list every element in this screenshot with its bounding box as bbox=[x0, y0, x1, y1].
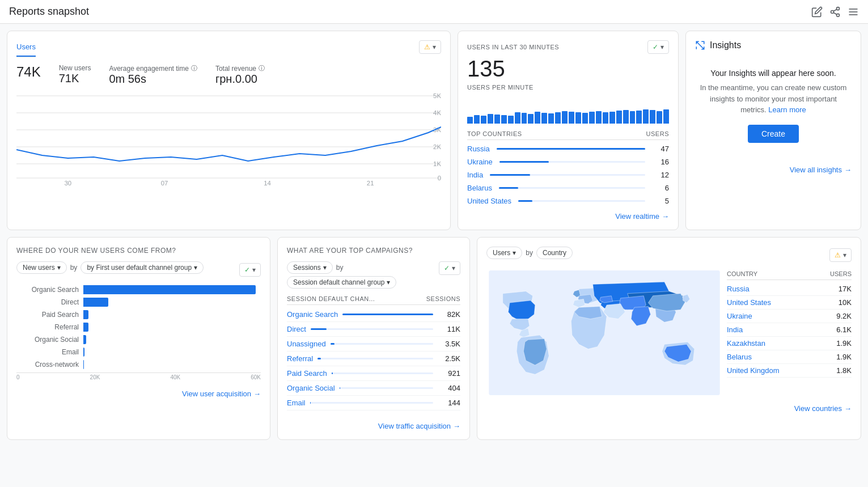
bar-25 bbox=[630, 111, 636, 124]
new-users-label: New users bbox=[59, 64, 91, 72]
direct-bar-wrapper bbox=[83, 298, 261, 307]
geo-dropdown-arrow: ▾ bbox=[843, 251, 846, 259]
session-channel-dropdown-icon: ▾ bbox=[387, 278, 390, 286]
russia-bar bbox=[497, 148, 645, 150]
col-users-header: USERS bbox=[830, 270, 852, 277]
filter-dropdown-icon: ▾ bbox=[57, 264, 61, 272]
new-users-section-title: WHERE DO YOUR NEW USERS COME FROM? bbox=[16, 247, 261, 255]
filter-users-geo[interactable]: Users ▾ bbox=[486, 247, 522, 259]
geo-kazakhstan-val: 1.9K bbox=[836, 339, 852, 348]
campaign-referral-name[interactable]: Referral bbox=[287, 354, 313, 363]
campaigns-filters: Sessions ▾ by Session default channel gr… bbox=[287, 261, 396, 289]
geo-us[interactable]: United States bbox=[727, 298, 771, 307]
view-realtime-link[interactable]: View realtime → bbox=[615, 212, 669, 221]
bar-20 bbox=[596, 111, 602, 124]
campaign-organic-search: Organic Search 82K bbox=[287, 307, 460, 322]
c-unassigned-sessions: 3.5K bbox=[438, 340, 460, 348]
bar-2 bbox=[474, 115, 480, 124]
metrics-row: 74K New users 71K Average engagement tim… bbox=[16, 64, 441, 86]
geo-belarus[interactable]: Belarus bbox=[727, 353, 752, 361]
bar-organic-search: Organic Search bbox=[16, 285, 261, 294]
x-axis-40k: 40K bbox=[170, 374, 180, 380]
geo-uk-val: 1.8K bbox=[836, 366, 852, 375]
bar-7 bbox=[508, 116, 514, 124]
campaign-organic-social-name[interactable]: Organic Social bbox=[287, 384, 335, 392]
col-channel: SESSION DEFAULT CHAN... bbox=[287, 295, 375, 302]
country-row-belarus: Belarus 6 bbox=[467, 181, 669, 194]
email-bar bbox=[83, 348, 84, 357]
cross-network-bar-wrapper bbox=[83, 360, 261, 369]
revenue-info-icon[interactable]: ⓘ bbox=[259, 64, 265, 73]
share-icon[interactable] bbox=[829, 6, 841, 18]
campaign-unassigned-name[interactable]: Unassigned bbox=[287, 340, 326, 348]
bar-12 bbox=[541, 113, 547, 124]
metric-tabs: Users bbox=[16, 40, 36, 57]
insights-title: Insights bbox=[710, 40, 741, 50]
realtime-title: USERS IN LAST 30 MINUTES bbox=[467, 44, 559, 50]
geo-russia[interactable]: Russia bbox=[727, 285, 750, 293]
bar-email: Email bbox=[16, 348, 261, 357]
avg-info-icon[interactable]: ⓘ bbox=[191, 64, 197, 73]
country-us[interactable]: United States bbox=[467, 197, 511, 205]
campaigns-options[interactable]: ✓ ▾ bbox=[439, 261, 460, 275]
users-dropdown[interactable]: ⚠ ▾ bbox=[419, 40, 441, 54]
new-users-options[interactable]: ✓ ▾ bbox=[239, 263, 261, 277]
new-users-check-icon: ✓ bbox=[244, 266, 250, 274]
russia-value: 47 bbox=[652, 145, 669, 153]
country-russia[interactable]: Russia bbox=[467, 145, 490, 153]
svg-line-4 bbox=[833, 9, 837, 11]
traffic-arrow-icon: → bbox=[453, 422, 460, 430]
realtime-dropdown[interactable]: ✓ ▾ bbox=[647, 40, 669, 54]
paid-search-bar bbox=[83, 310, 88, 319]
campaign-paid-search-name[interactable]: Paid Search bbox=[287, 369, 327, 378]
country-belarus[interactable]: Belarus bbox=[467, 184, 492, 192]
learn-more-link[interactable]: Learn more bbox=[768, 105, 806, 114]
bar-27 bbox=[643, 109, 649, 124]
create-button[interactable]: Create bbox=[748, 125, 799, 143]
svg-text:4K: 4K bbox=[433, 110, 441, 116]
filter-session-channel[interactable]: Session default channel group ▾ bbox=[287, 276, 396, 289]
filter-country[interactable]: Country bbox=[536, 247, 573, 259]
campaign-organic-social: Organic Social 404 bbox=[287, 381, 460, 396]
bar-5 bbox=[494, 115, 500, 124]
filter-new-users[interactable]: New users ▾ bbox=[16, 261, 67, 274]
view-traffic-acquisition-link[interactable]: View traffic acquisition → bbox=[378, 422, 460, 430]
page-title: Reports snapshot bbox=[9, 6, 89, 18]
geo-options[interactable]: ⚠ ▾ bbox=[829, 248, 852, 262]
main-content: Users ⚠ ▾ 74K New users 71K Average enga… bbox=[0, 24, 868, 447]
campaign-direct: Direct 11K bbox=[287, 322, 460, 337]
india-bar bbox=[490, 174, 530, 176]
geo-ukraine[interactable]: Ukraine bbox=[727, 312, 752, 320]
view-insights-row: View all insights → bbox=[695, 161, 852, 174]
campaign-organic-search-name[interactable]: Organic Search bbox=[287, 310, 338, 319]
header-actions bbox=[811, 6, 859, 18]
campaign-direct-name[interactable]: Direct bbox=[287, 325, 306, 333]
filter-channel-group[interactable]: by First user default channel group ▾ bbox=[81, 261, 204, 274]
customize-icon[interactable] bbox=[848, 6, 859, 18]
campaign-referral: Referral 2.5K bbox=[287, 352, 460, 366]
edit-icon[interactable] bbox=[811, 6, 823, 18]
geo-uk[interactable]: United Kingdom bbox=[727, 366, 780, 375]
geo-india[interactable]: India bbox=[727, 325, 743, 334]
country-ukraine[interactable]: Ukraine bbox=[467, 158, 493, 166]
country-row-russia: Russia 47 bbox=[467, 142, 669, 155]
new-users-dropdown-arrow: ▾ bbox=[252, 266, 256, 274]
geo-row-uk: United Kingdom 1.8K bbox=[727, 364, 852, 378]
view-all-insights-link[interactable]: View all insights → bbox=[790, 166, 852, 174]
x-axis-60k: 60K bbox=[251, 374, 261, 380]
country-india[interactable]: India bbox=[467, 171, 483, 179]
metric-new-users: New users 71K bbox=[59, 64, 91, 86]
geo-kazakhstan[interactable]: Kazakhstan bbox=[727, 339, 765, 348]
campaign-email-name[interactable]: Email bbox=[287, 399, 306, 407]
insights-arrow-icon: → bbox=[844, 166, 852, 174]
campaigns-filter-top: Sessions ▾ by bbox=[287, 261, 396, 274]
insights-card: Insights Your Insights will appear here … bbox=[685, 31, 861, 230]
tab-users[interactable]: Users bbox=[16, 40, 36, 57]
view-user-acquisition-link[interactable]: View user acquisition → bbox=[182, 389, 261, 398]
x-axis-0: 0 bbox=[16, 374, 20, 380]
geo-content: COUNTRY USERS Russia 17K United States 1… bbox=[486, 270, 852, 395]
view-countries-link[interactable]: View countries → bbox=[794, 404, 852, 413]
c-osocial-bar bbox=[340, 387, 340, 389]
filter-sessions[interactable]: Sessions ▾ bbox=[287, 261, 333, 274]
svg-text:5K: 5K bbox=[433, 93, 441, 99]
